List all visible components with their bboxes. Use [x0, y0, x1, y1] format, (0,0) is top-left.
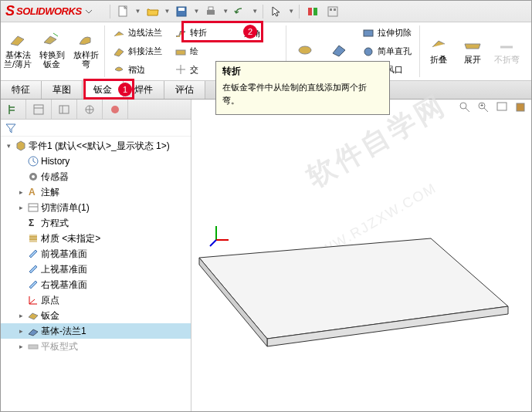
- tooltip-title: 转折: [222, 65, 383, 78]
- tree-item[interactable]: 材质 <未指定>: [1, 231, 191, 246]
- select-button[interactable]: [268, 3, 285, 20]
- chevron-down-icon[interactable]: ▼: [252, 8, 258, 15]
- tree-root[interactable]: ▾ 零件1 (默认<<默认>_显示状态 1>): [1, 138, 191, 154]
- tree-item[interactable]: ▸基体-法兰1: [1, 323, 191, 339]
- collapse-icon[interactable]: ▾: [4, 141, 13, 150]
- tree-label: 前视基准面: [41, 248, 87, 261]
- button-label: 绘: [190, 46, 198, 57]
- svg-rect-4: [208, 7, 213, 10]
- tree-item[interactable]: 右视基准面: [1, 277, 191, 292]
- funnel-icon: [5, 123, 16, 133]
- sensor-icon: [27, 171, 39, 183]
- tree-label: 零件1 (默认<<默认>_显示状态 1>): [29, 140, 170, 153]
- svg-rect-3: [207, 10, 215, 15]
- expand-icon[interactable]: ▸: [16, 342, 25, 351]
- plane-icon: [27, 263, 39, 275]
- part-icon: [15, 140, 27, 152]
- chevron-down-icon[interactable]: ▼: [222, 8, 229, 15]
- quick-access-toolbar: ▼ ▼ ▼ ▼ ▼ ▼: [108, 3, 342, 20]
- svg-line-37: [29, 299, 35, 304]
- jog-button[interactable]: 转折: [171, 24, 235, 42]
- options-button[interactable]: [324, 3, 341, 20]
- rebuild-button[interactable]: [304, 3, 321, 20]
- tree-item[interactable]: ▸A注解: [1, 184, 191, 200]
- chevron-down-icon[interactable]: ▼: [164, 8, 171, 15]
- button-label: 不折弯: [494, 55, 520, 64]
- save-button[interactable]: [173, 3, 190, 20]
- convert-sheetmetal-button[interactable]: 转换到 钣金: [35, 22, 69, 76]
- tab-evaluate[interactable]: 评估: [164, 81, 205, 99]
- svg-rect-10: [176, 50, 185, 55]
- tree-label: 原点: [41, 294, 59, 307]
- svg-rect-5: [308, 8, 312, 15]
- new-button[interactable]: [115, 3, 132, 20]
- expand-icon[interactable]: ▸: [16, 187, 25, 197]
- base-flange-button[interactable]: 基体法 兰/薄片: [1, 22, 35, 76]
- tab-features[interactable]: 特征: [1, 81, 42, 99]
- button-label: 褶边: [128, 64, 145, 76]
- fold-button[interactable]: 折叠: [422, 22, 456, 76]
- flatpattern-icon: [27, 340, 39, 353]
- svg-rect-29: [29, 204, 38, 211]
- property-tab[interactable]: [26, 100, 52, 119]
- plane-icon: [27, 279, 39, 291]
- tooltip-body: 在钣金零件中从绘制的直线添加两个折弯。: [222, 81, 383, 106]
- button-label: 基体法 兰/薄片: [4, 50, 32, 69]
- hem-button[interactable]: 褶边: [110, 60, 165, 79]
- extruded-cut-button[interactable]: 拉伸切除: [359, 24, 415, 42]
- expand-icon[interactable]: ▸: [16, 326, 25, 336]
- tree-item[interactable]: 传感器: [1, 169, 191, 184]
- feature-tree[interactable]: ▾ 零件1 (默认<<默认>_显示状态 1>) History传感器▸A注解▸切…: [1, 137, 191, 412]
- tree-label: History: [41, 156, 69, 167]
- tree-label: 方程式: [41, 217, 69, 230]
- chevron-down-icon[interactable]: ▼: [135, 8, 141, 15]
- tree-item[interactable]: 前视基准面: [1, 246, 191, 262]
- undo-button[interactable]: [232, 3, 249, 20]
- model-icon: [191, 100, 531, 408]
- tree-item[interactable]: History: [1, 154, 191, 169]
- open-button[interactable]: [144, 3, 161, 20]
- svg-rect-2: [178, 8, 185, 11]
- button-label: 展开: [464, 55, 481, 64]
- chevron-down-icon[interactable]: ▼: [193, 8, 199, 15]
- button-label: 转换到 钣金: [39, 50, 65, 69]
- tree-label: 注解: [41, 186, 59, 199]
- svg-point-13: [364, 48, 372, 56]
- filter-row[interactable]: [1, 120, 191, 137]
- edge-flange-button[interactable]: 边线法兰: [110, 24, 165, 42]
- button-label: 交: [190, 64, 198, 76]
- config-tab[interactable]: [52, 100, 77, 119]
- sheetmetal-icon: [27, 309, 39, 322]
- tree-item[interactable]: ▸平板型式: [1, 339, 191, 354]
- unfold-button[interactable]: 展开: [456, 22, 490, 76]
- origin-icon: [27, 294, 39, 306]
- titlebar: S SOLIDWORKS ▼ ▼ ▼ ▼ ▼ ▼: [1, 1, 531, 22]
- viewport[interactable]: + 软件自学网 WWW.RJZXW.COM: [191, 100, 531, 412]
- tree-item[interactable]: 原点: [1, 292, 191, 308]
- svg-rect-19: [59, 106, 69, 113]
- tree-item[interactable]: 上视基准面: [1, 262, 191, 277]
- dimxpert-tab[interactable]: [77, 100, 103, 119]
- tooltip: 转折 在钣金零件中从绘制的直线添加两个折弯。: [215, 61, 390, 115]
- sketched-bend-button[interactable]: 绘: [171, 42, 235, 61]
- expand-icon[interactable]: ▸: [16, 311, 25, 320]
- no-bends-button: 不折弯: [490, 22, 524, 76]
- feature-tree-tab[interactable]: [1, 100, 26, 119]
- print-button[interactable]: [202, 3, 219, 20]
- flange-icon: [27, 325, 39, 337]
- tree-item[interactable]: ▸切割清单(1): [1, 200, 191, 215]
- tree-item[interactable]: ▸钣金: [1, 308, 191, 323]
- button-label: 放样折 弯: [73, 50, 99, 69]
- tree-item[interactable]: Σ方程式: [1, 215, 191, 231]
- chevron-down-icon[interactable]: ▼: [288, 8, 294, 15]
- miter-flange-button[interactable]: 斜接法兰: [110, 42, 165, 61]
- simple-hole-button[interactable]: 简单直孔: [359, 42, 415, 61]
- tab-sketch[interactable]: 草图: [42, 81, 83, 99]
- chevron-down-icon[interactable]: [85, 8, 93, 15]
- button-label: 简单直孔: [378, 46, 412, 57]
- svg-point-11: [299, 46, 311, 54]
- lofted-bend-button[interactable]: 放样折 弯: [69, 22, 103, 76]
- button-label: 边线法兰: [128, 27, 162, 39]
- expand-icon[interactable]: ▸: [16, 203, 25, 212]
- display-tab[interactable]: [103, 100, 128, 119]
